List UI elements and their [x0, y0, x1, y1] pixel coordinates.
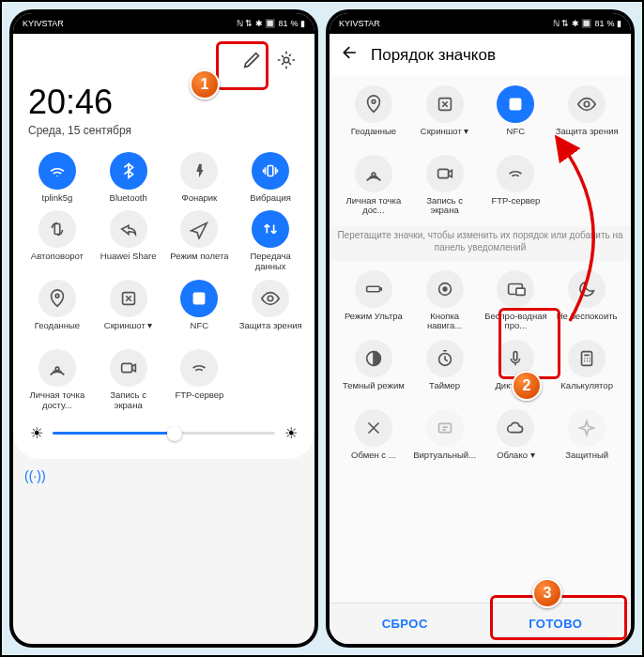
status-bar: KYIVSTAR ℕ ⇅ ✱ 🔲 81% ▮ [330, 13, 631, 34]
svg-rect-8 [121, 364, 131, 373]
tile-screen-record[interactable]: Запись с экрана [94, 347, 163, 413]
battery-icon [355, 270, 392, 308]
scroll-area[interactable]: ГеоданныеСкриншот ▾NFCЗащита зренияЛична… [330, 76, 631, 603]
cloud-icon [497, 409, 534, 447]
tile-vibration[interactable]: Вибрация [236, 150, 305, 205]
edit-icon[interactable] [239, 47, 266, 73]
svg-rect-22 [514, 352, 518, 360]
shot-icon [110, 280, 147, 317]
svg-point-6 [268, 297, 273, 302]
tile-ultra-mode[interactable]: Режим Ультра [339, 268, 408, 334]
tile-label: Запись с экрана [412, 196, 478, 217]
cast-icon [497, 270, 534, 308]
tile-label: NFC [191, 321, 209, 330]
tile-cloud[interactable]: Облако ▾ [482, 407, 551, 462]
nfc-icon [180, 280, 218, 317]
tile-dnd[interactable]: Не беспокоить [552, 268, 621, 334]
tile-huawei-share[interactable]: Huawei Share [94, 208, 163, 274]
calc-icon [568, 340, 606, 377]
svg-point-9 [372, 99, 376, 103]
svg-rect-14 [437, 169, 448, 177]
tile-recorder[interactable]: Диктофон [482, 338, 551, 404]
tile-label: Беспро-водная про... [483, 312, 548, 332]
status-icons: ℕ ⇅ ✱ 🔲 81% ▮ [237, 19, 305, 28]
tile-label: Режим Ультра [345, 312, 403, 332]
wifi-icon [38, 152, 76, 190]
vib-icon [252, 152, 289, 190]
settings-icon[interactable] [273, 47, 299, 73]
wifi2-icon [180, 349, 218, 387]
sound-indicator-icon: ((·)) [13, 459, 314, 483]
hint-text: Перетащите значки, чтобы изменить их пор… [330, 226, 631, 261]
tile-bluetooth[interactable]: Bluetooth [94, 150, 163, 205]
tile-hotspot[interactable]: Личная точка досту... [23, 347, 92, 413]
tile-screenshot[interactable]: Скриншот ▾ [94, 278, 163, 344]
nfc-icon [497, 85, 534, 123]
tile-filter[interactable]: Защитный [552, 407, 621, 462]
timer-icon [426, 340, 464, 377]
done-button[interactable]: ГОТОВО [481, 604, 632, 644]
status-icons: ℕ ⇅ ✱ 🔲 81% ▮ [553, 19, 621, 28]
tile-screen-record[interactable]: Запись с экрана [410, 153, 480, 219]
svg-point-0 [284, 57, 289, 63]
available-tiles-section: Режим УльтраКнопка навига...Беспро-водна… [330, 261, 631, 603]
tile-hotspot[interactable]: Личная точка дос... [339, 153, 408, 219]
carrier-label: KYIVSTAR [23, 19, 64, 28]
panel-topbar [23, 41, 305, 83]
tile-label: Защита зрения [239, 321, 302, 342]
tile-airplane[interactable]: Режим полета [165, 208, 235, 274]
tile-nfc[interactable]: NFC [482, 84, 551, 149]
brightness-high-icon: ☀ [284, 424, 298, 442]
tile-eye-comfort[interactable]: Защита зрения [552, 84, 621, 149]
tile-flashlight[interactable]: Фонарик [165, 150, 235, 205]
tile-label: Скриншот ▾ [104, 321, 153, 330]
bt-icon [110, 152, 147, 190]
tile-dark-mode[interactable]: Темный режим [339, 338, 408, 404]
tile-virtual[interactable]: Виртуальный... [410, 407, 480, 462]
svg-rect-19 [516, 288, 525, 295]
page-title: Порядок значков [371, 46, 496, 65]
tile-timer[interactable]: Таймер [410, 338, 480, 404]
tile-label: Личная точка дос... [341, 196, 406, 217]
tile-label: Вибрация [250, 193, 291, 203]
carrier-label: KYIVSTAR [339, 19, 380, 28]
tile-data[interactable]: Передача данных [236, 208, 305, 274]
button-row: СБРОС ГОТОВО [330, 603, 631, 644]
screen-right: KYIVSTAR ℕ ⇅ ✱ 🔲 81% ▮ Порядок значков Г… [330, 13, 631, 644]
plane-icon [180, 210, 218, 248]
rec-icon [426, 155, 464, 192]
tile-label: Защита зрения [556, 127, 619, 147]
tile-label: Кнопка навига... [412, 312, 478, 332]
sparkle-icon [568, 409, 606, 447]
tile-autorotate[interactable]: Автоповорот [23, 208, 92, 274]
tile-nfc[interactable]: NFC [165, 278, 235, 344]
tile-label: FTP-сервер [175, 390, 223, 400]
tile-calculator[interactable]: Калькулятор [552, 338, 621, 404]
tile-label: Защитный [565, 451, 608, 460]
loc-icon [38, 280, 76, 317]
tile-label: Запись с экрана [96, 390, 161, 411]
tile-label: Виртуальный... [413, 451, 476, 460]
tile-eye-comfort[interactable]: Защита зрения [236, 278, 305, 344]
tile-label: Автоповорот [31, 252, 84, 261]
tile-wireless-proj[interactable]: Беспро-водная про... [482, 268, 551, 334]
data-icon [252, 210, 289, 248]
virt-icon [426, 409, 464, 447]
reset-button[interactable]: СБРОС [330, 604, 481, 644]
mic-icon [497, 340, 534, 377]
tile-label: Геоданные [351, 127, 396, 136]
back-icon[interactable] [341, 43, 360, 67]
tile-share[interactable]: Обмен с ... [339, 407, 408, 462]
tile-location[interactable]: Геоданные [23, 278, 92, 344]
tile-wifi[interactable]: tplink5g [23, 150, 92, 205]
tile-label: Темный режим [343, 381, 405, 402]
tile-location[interactable]: Геоданные [339, 84, 408, 149]
tile-ftp[interactable]: FTP-сервер [165, 347, 235, 413]
brightness-slider[interactable]: ☀ ☀ [23, 413, 305, 446]
tile-screenshot[interactable]: Скриншот ▾ [410, 84, 480, 149]
tile-ftp[interactable]: FTP-сервер [482, 153, 551, 219]
tile-nav-button[interactable]: Кнопка навига... [410, 268, 480, 334]
tile-label: Облако ▾ [497, 451, 534, 460]
tile-label: Bluetooth [110, 193, 147, 203]
tile-label: Не беспокоить [557, 312, 618, 332]
